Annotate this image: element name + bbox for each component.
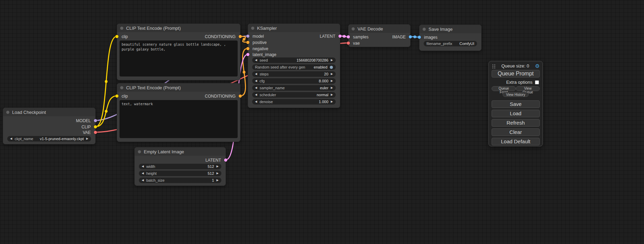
collapse-dot-icon[interactable] bbox=[6, 111, 9, 114]
input-slot-negative[interactable] bbox=[246, 47, 249, 50]
input-slot-vae[interactable] bbox=[347, 42, 350, 45]
seed-widget[interactable]: seed 156680208700286 bbox=[252, 57, 336, 63]
collapse-dot-icon[interactable] bbox=[352, 27, 355, 30]
decrement-arrow-icon[interactable] bbox=[142, 165, 144, 168]
extra-options-checkbox[interactable] bbox=[535, 80, 539, 84]
view-queue-button[interactable]: View Queue bbox=[516, 86, 540, 91]
collapse-dot-icon[interactable] bbox=[423, 28, 426, 31]
cfg-widget[interactable]: cfg 8.000 bbox=[252, 78, 336, 84]
input-label-vae: vae bbox=[353, 41, 360, 46]
input-slot-samples[interactable] bbox=[347, 35, 350, 38]
node-title-bar[interactable]: Empty Latent Image bbox=[135, 147, 226, 156]
node-ksampler[interactable]: KSampler model positive negative latent_… bbox=[248, 24, 340, 108]
decrement-arrow-icon[interactable] bbox=[142, 172, 144, 175]
decrement-arrow-icon[interactable] bbox=[255, 93, 257, 96]
save-button[interactable]: Save bbox=[492, 100, 540, 108]
output-slot-clip[interactable] bbox=[94, 125, 97, 128]
output-slot-latent[interactable] bbox=[338, 35, 342, 38]
clip-negative-link-midpoint-dot bbox=[105, 110, 108, 113]
decrement-arrow-icon[interactable] bbox=[255, 100, 257, 103]
decrement-arrow-icon[interactable] bbox=[255, 87, 257, 89]
node-title-bar[interactable]: Load Checkpoint bbox=[3, 108, 95, 116]
steps-widget[interactable]: steps 20 bbox=[252, 71, 336, 77]
node-title: KSampler bbox=[257, 26, 277, 31]
output-label-model: MODEL bbox=[76, 118, 91, 123]
output-label-latent: LATENT bbox=[205, 158, 221, 163]
increment-arrow-icon[interactable] bbox=[331, 59, 333, 62]
node-empty-latent-image[interactable]: Empty Latent Image LATENT width 512 heig… bbox=[134, 147, 226, 186]
node-load-checkpoint[interactable]: Load Checkpoint MODEL CLIP VAE ckpt_name… bbox=[3, 108, 96, 144]
queue-front-button[interactable]: Queue Front bbox=[492, 86, 516, 91]
clear-button[interactable]: Clear bbox=[492, 128, 540, 136]
decrement-arrow-icon[interactable] bbox=[255, 73, 257, 75]
random-seed-widget[interactable]: Random seed after every gen enabled bbox=[252, 64, 336, 70]
output-slot-model[interactable] bbox=[94, 119, 97, 122]
refresh-button[interactable]: Refresh bbox=[492, 119, 540, 127]
widget-value: 20 bbox=[324, 72, 328, 76]
collapse-dot-icon[interactable] bbox=[251, 27, 254, 30]
node-save-image[interactable]: Save Image images filename_prefix ComfyU… bbox=[419, 25, 482, 51]
increment-arrow-icon[interactable] bbox=[86, 137, 88, 140]
input-slot-images[interactable] bbox=[418, 36, 421, 39]
output-slot-vae[interactable] bbox=[94, 131, 97, 134]
drag-handle-icon[interactable] bbox=[492, 64, 495, 69]
increment-arrow-icon[interactable] bbox=[217, 179, 219, 182]
batch-size-widget[interactable]: batch_size 1 bbox=[139, 178, 221, 183]
collapse-dot-icon[interactable] bbox=[120, 27, 123, 30]
load-default-button[interactable]: Load Default bbox=[492, 138, 540, 145]
input-slot-clip[interactable] bbox=[115, 35, 118, 38]
ckpt-name-widget[interactable]: ckpt_name v1-5-pruned-emaonly.ckpt bbox=[7, 136, 91, 142]
filename-prefix-widget[interactable]: filename_prefix ComfyUI bbox=[424, 41, 477, 46]
node-title: Load Checkpoint bbox=[12, 110, 46, 115]
image-link-midpoint-dot bbox=[414, 36, 416, 38]
increment-arrow-icon[interactable] bbox=[331, 80, 333, 82]
queue-panel: Queue size: 0 Queue Prompt Extra options… bbox=[488, 61, 543, 146]
input-slot-clip[interactable] bbox=[115, 94, 118, 98]
settings-gear-icon[interactable] bbox=[535, 63, 540, 69]
output-slot-conditioning[interactable] bbox=[239, 35, 242, 38]
collapse-dot-icon[interactable] bbox=[138, 150, 141, 153]
decrement-arrow-icon[interactable] bbox=[10, 137, 12, 140]
increment-arrow-icon[interactable] bbox=[217, 165, 219, 168]
scheduler-widget[interactable]: scheduler normal bbox=[252, 92, 336, 98]
increment-arrow-icon[interactable] bbox=[217, 172, 219, 175]
node-clip-text-encode-positive[interactable]: CLIP Text Encode (Prompt) clip CONDITION… bbox=[117, 24, 240, 80]
widget-value: enabled bbox=[314, 65, 327, 69]
decrement-arrow-icon[interactable] bbox=[255, 80, 257, 82]
node-title-bar[interactable]: CLIP Text Encode (Prompt) bbox=[117, 83, 240, 92]
node-title-bar[interactable]: Save Image bbox=[420, 25, 481, 33]
random-seed-toggle[interactable] bbox=[330, 66, 333, 69]
output-slot-image[interactable] bbox=[409, 35, 412, 38]
input-slot-latent-image[interactable] bbox=[246, 53, 249, 56]
decrement-arrow-icon[interactable] bbox=[142, 179, 144, 182]
load-button[interactable]: Load bbox=[492, 110, 540, 117]
decrement-arrow-icon[interactable] bbox=[255, 59, 257, 62]
output-slot-latent[interactable] bbox=[224, 159, 227, 162]
sampler-name-widget[interactable]: sampler_name euler bbox=[252, 85, 336, 91]
node-title-bar[interactable]: KSampler bbox=[248, 24, 340, 32]
increment-arrow-icon[interactable] bbox=[331, 73, 333, 75]
negative-prompt-textarea[interactable]: text, watermark bbox=[120, 100, 238, 138]
queue-prompt-button[interactable]: Queue Prompt bbox=[492, 70, 540, 78]
widget-value: 512 bbox=[208, 171, 214, 175]
increment-arrow-icon[interactable] bbox=[331, 100, 333, 103]
node-clip-text-encode-negative[interactable]: CLIP Text Encode (Prompt) clip CONDITION… bbox=[117, 83, 240, 142]
width-widget[interactable]: width 512 bbox=[139, 164, 221, 169]
output-label-latent: LATENT bbox=[320, 34, 335, 39]
collapse-dot-icon[interactable] bbox=[120, 86, 123, 89]
increment-arrow-icon[interactable] bbox=[331, 87, 333, 89]
input-label-model: model bbox=[253, 34, 264, 39]
widget-label: denoise bbox=[259, 100, 273, 104]
increment-arrow-icon[interactable] bbox=[331, 93, 333, 96]
node-title: VAE Decode bbox=[358, 26, 383, 31]
node-title-bar[interactable]: VAE Decode bbox=[349, 25, 410, 33]
node-vae-decode[interactable]: VAE Decode samples vae IMAGE bbox=[348, 24, 411, 47]
input-slot-positive[interactable] bbox=[246, 41, 249, 44]
node-title-bar[interactable]: CLIP Text Encode (Prompt) bbox=[117, 24, 240, 32]
height-widget[interactable]: height 512 bbox=[139, 171, 221, 176]
input-slot-model[interactable] bbox=[246, 35, 249, 38]
positive-prompt-textarea[interactable]: beautiful scenery nature glass bottle la… bbox=[120, 40, 238, 76]
output-slot-conditioning[interactable] bbox=[239, 94, 242, 98]
denoise-widget[interactable]: denoise 1.000 bbox=[252, 99, 336, 105]
view-history-button[interactable]: View History bbox=[503, 92, 529, 97]
